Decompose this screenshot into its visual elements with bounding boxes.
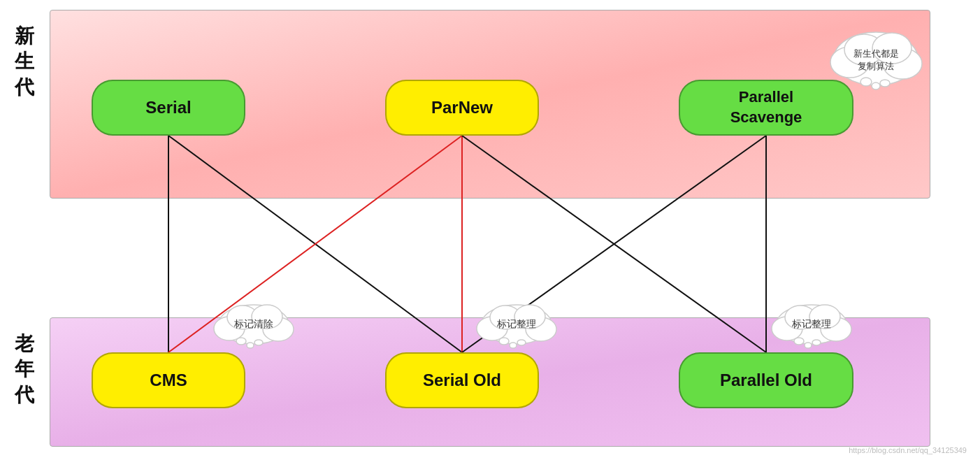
svg-text:标记清除: 标记清除 <box>233 318 273 329</box>
svg-point-23 <box>247 343 254 348</box>
cloud-cms-note: 标记清除 <box>212 298 296 350</box>
watermark: https://blog.csdn.net/qq_34125349 <box>849 446 967 454</box>
svg-point-33 <box>517 340 526 345</box>
svg-point-32 <box>510 343 517 348</box>
svg-point-31 <box>499 338 509 345</box>
svg-point-40 <box>794 338 804 345</box>
cloud-young-gen-note: 新生代都是 复制算法 <box>826 20 927 90</box>
svg-point-12 <box>860 78 872 86</box>
serial-node: Serial <box>92 80 245 136</box>
young-gen-label: 新生代 <box>15 24 34 100</box>
old-gen-label: 老年代 <box>15 331 34 408</box>
cloud-serial-old-note: 标记整理 <box>475 298 559 350</box>
svg-text:新生代都是: 新生代都是 <box>853 48 899 59</box>
svg-text:复制算法: 复制算法 <box>858 61 894 71</box>
serial-old-node: Serial Old <box>385 352 539 408</box>
svg-point-42 <box>812 340 821 345</box>
svg-point-22 <box>236 338 246 345</box>
svg-text:标记整理: 标记整理 <box>791 318 831 329</box>
cloud-parallel-old-note: 标记整理 <box>770 298 853 350</box>
svg-point-24 <box>254 340 263 345</box>
parnew-node: ParNew <box>385 80 539 136</box>
svg-text:标记整理: 标记整理 <box>496 318 536 329</box>
cms-node: CMS <box>92 352 245 408</box>
main-diagram: 新生代 老年代 Serial ParNew ParallelScavenge C… <box>8 10 972 457</box>
svg-point-14 <box>880 80 890 87</box>
svg-point-41 <box>805 343 812 348</box>
parallel-old-node: Parallel Old <box>679 352 853 408</box>
svg-point-13 <box>872 82 880 89</box>
